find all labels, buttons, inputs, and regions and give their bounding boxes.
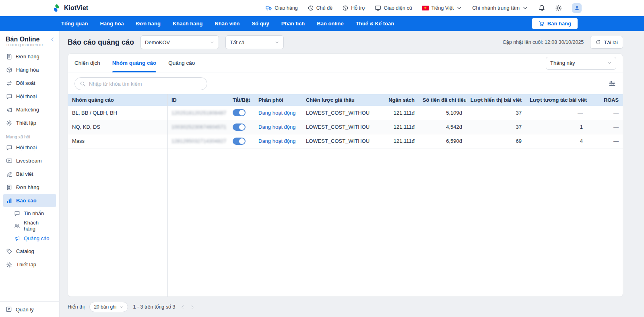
nav-item-thue-ke-toan[interactable]: Thuế & Kế toán (356, 21, 394, 27)
sidebar-item-bao-cao[interactable]: Báo cáo (3, 194, 56, 207)
col-header-roas: ROAS (587, 94, 623, 106)
sidebar-item-hoi-thoai-ecom[interactable]: Hội thoại (3, 90, 56, 103)
chat-icon (14, 210, 20, 216)
gear-icon (6, 120, 12, 126)
next-page-icon[interactable] (190, 305, 195, 310)
kiotviet-logo[interactable]: KiotViet (52, 3, 88, 13)
chevron-down-icon (275, 40, 279, 45)
page-size-select[interactable]: 20 bản ghi (89, 302, 128, 312)
sidebar-item-quang-cao[interactable]: Quảng cáo (3, 232, 56, 245)
prev-page-icon[interactable] (180, 305, 185, 310)
cell-roas: — (587, 134, 623, 148)
nav-item-hang-hoa[interactable]: Hàng hóa (100, 21, 124, 27)
refresh-icon (595, 39, 601, 45)
chevron-down-icon (210, 40, 215, 45)
external-square-icon (6, 306, 12, 313)
document-icon (6, 54, 12, 60)
search-icon (80, 81, 86, 87)
col-header-reacts: Lượt tương tác bài viết (526, 94, 587, 106)
cell-budget: 121,111đ (381, 106, 419, 120)
main-nav: Tổng quan Hàng hóa Đơn hàng Khách hàng N… (0, 16, 644, 31)
tab-chien-dich[interactable]: Chiến dịch (74, 54, 100, 72)
column-settings-icon[interactable] (608, 80, 616, 88)
nav-item-tong-quan[interactable]: Tổng quan (61, 21, 88, 27)
sidebar-item-hoi-thoai-social[interactable]: Hội thoại (3, 141, 56, 154)
tab-quang-cao[interactable]: Quảng cáo (168, 54, 195, 72)
cell-status: Đang hoạt động (254, 134, 302, 148)
sidebar-section-ecommerce: Thương mại điện tử (0, 44, 59, 48)
cell-id: 1202518120251808487 (167, 106, 229, 120)
sidebar-item-hang-hoa-ecom[interactable]: Hàng hóa (3, 63, 56, 76)
sidebar-item-khach-hang[interactable]: Khách hàng (3, 220, 56, 232)
tab-nhom-quang-cao[interactable]: Nhóm quảng cáo (112, 54, 157, 72)
nav-item-so-quy[interactable]: Sổ quỹ (252, 21, 269, 27)
language-select[interactable]: ★ Tiếng Việt (422, 5, 463, 11)
sell-button[interactable]: Bán hàng (532, 18, 578, 29)
col-header-strategy: Chiến lược giá thầu (302, 94, 381, 106)
branch-select[interactable]: Chi nhánh trung tâm (472, 5, 528, 11)
theme-link[interactable]: Chủ đề (308, 5, 332, 11)
nav-item-phan-tich[interactable]: Phân tích (281, 21, 305, 27)
cell-strategy: LOWEST_COST_WITHOU (302, 120, 381, 134)
cell-group: Mass (68, 134, 167, 148)
ad-group-toggle[interactable] (233, 138, 246, 145)
sidebar-item-quan-ly[interactable]: Quản lý (0, 301, 59, 317)
nav-item-ban-online[interactable]: Bán online (317, 21, 343, 27)
user-icon (574, 5, 580, 11)
language-label: Tiếng Việt (431, 5, 454, 11)
period-select[interactable]: Tháng này (546, 57, 616, 70)
user-avatar[interactable] (572, 3, 582, 13)
old-ui-link[interactable]: Giao diện cũ (375, 5, 412, 11)
edit-icon (6, 171, 12, 177)
nav-item-nhan-vien[interactable]: Nhân viên (215, 21, 239, 27)
sell-button-label: Bán hàng (547, 21, 571, 27)
page-size-label: Hiển thị (68, 304, 85, 310)
sidebar-item-tin-nhan[interactable]: Tin nhắn (3, 207, 56, 220)
support-link[interactable]: Hỗ trợ (342, 5, 365, 11)
kiotviet-logo-icon (52, 3, 61, 13)
col-header-group: Nhóm quảng cáo (68, 94, 167, 106)
cell-strategy: LOWEST_COST_WITHOU (302, 134, 381, 148)
delivery-link[interactable]: Giao hàng (266, 5, 298, 11)
table-row: Mass 1281295032714304827 Đang hoạt động … (68, 134, 623, 148)
gear-icon[interactable] (555, 4, 562, 12)
reload-button-label: Tải lại (604, 39, 618, 45)
truck-icon (266, 5, 272, 11)
col-header-id: ID (167, 94, 229, 106)
box-icon (6, 67, 12, 73)
nav-item-don-hang[interactable]: Đơn hàng (136, 21, 161, 27)
sidebar-item-thiet-lap-ecom[interactable]: Thiết lập (3, 116, 56, 130)
collapse-sidebar-icon[interactable] (50, 37, 55, 42)
ad-group-id-redacted: 1281295032714304827 (171, 138, 226, 144)
chevron-down-icon (119, 305, 124, 309)
cell-roas: — (587, 120, 623, 134)
sidebar-section-social: Mạng xã hội (6, 134, 53, 139)
reload-button[interactable]: Tải lại (590, 36, 623, 49)
search-input[interactable] (89, 81, 202, 87)
sidebar-item-catalog[interactable]: Catalog (3, 245, 56, 258)
filter-select[interactable]: Tất cả (225, 35, 284, 49)
ad-group-toggle[interactable] (233, 109, 246, 116)
nav-item-khach-hang[interactable]: Khách hàng (173, 21, 202, 27)
sidebar-item-don-hang-social[interactable]: Đơn hàng (3, 181, 56, 194)
sidebar-item-doi-soat[interactable]: Đối soát (3, 76, 56, 90)
cell-views: 37 (466, 106, 526, 120)
sidebar-item-don-hang-ecom[interactable]: Đơn hàng (3, 50, 56, 63)
account-select[interactable]: DemoKOV (140, 35, 219, 49)
report-tabs: Chiến dịch Nhóm quảng cáo Quảng cáo Thán… (68, 54, 623, 72)
table-header-row: Nhóm quảng cáo ID Tắt/Bật Phân phối Chiế… (68, 94, 623, 106)
gear-icon (6, 261, 12, 268)
chat-icon (6, 93, 12, 100)
cell-budget: 121,111đ (381, 134, 419, 148)
ad-group-toggle[interactable] (233, 124, 246, 131)
topbar: KiotViet Giao hàng Chủ đề Hỗ trợ Giao di… (0, 0, 644, 16)
bell-icon[interactable] (538, 4, 545, 12)
sidebar-item-livestream[interactable]: Livestream (3, 154, 56, 167)
cell-spent: 4,542đ (419, 120, 466, 134)
sidebar-item-thiet-lap-social[interactable]: Thiết lập (3, 258, 56, 271)
page-title: Báo cáo quảng cáo (68, 38, 134, 47)
sidebar-item-bai-viet[interactable]: Bài viết (3, 167, 56, 181)
sidebar-item-marketing[interactable]: Marketing (3, 103, 56, 116)
col-header-budget: Ngân sách (381, 94, 419, 106)
chevron-down-icon (522, 5, 528, 11)
